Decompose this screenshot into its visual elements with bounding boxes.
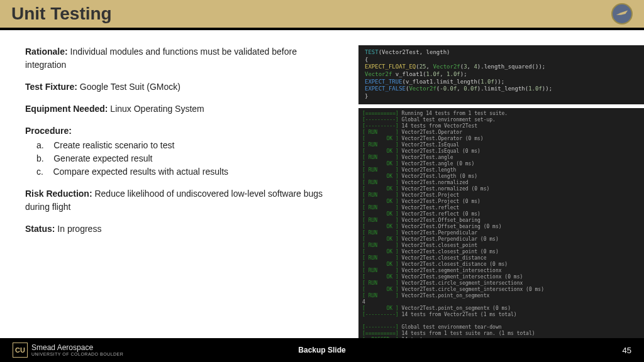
- rationale-label: Rationale:: [25, 47, 68, 57]
- slide-body: Rationale: Individual modules and functi…: [0, 30, 644, 346]
- list-item: b. Generate expected result: [36, 152, 327, 165]
- footer-logo: CU Smead Aerospace UNIVERSITY OF COLORAD…: [13, 343, 123, 358]
- procedure-label: Procedure:: [25, 126, 72, 136]
- fixture-label: Test Fixture:: [25, 82, 77, 92]
- slide-footer: CU Smead Aerospace UNIVERSITY OF COLORAD…: [0, 338, 644, 362]
- slide-title: Unit Testing: [11, 4, 112, 24]
- fixture-text: Google Test Suit (GMock): [77, 82, 180, 92]
- status-label: Status:: [25, 224, 55, 234]
- list-item: c. Compare expected results with actual …: [36, 165, 327, 178]
- slide-header: Unit Testing: [0, 0, 644, 30]
- code-snippet: TEST(Vector2Test, length) { EXPECT_FLOAT…: [358, 45, 644, 104]
- equipment-label: Equipment Needed:: [25, 104, 108, 114]
- text-content: Rationale: Individual modules and functi…: [25, 45, 327, 346]
- procedure-list: a. Create realistic scenario to test b. …: [36, 139, 327, 178]
- list-item: a. Create realistic scenario to test: [36, 139, 327, 152]
- team-logo-icon: [611, 3, 633, 25]
- footer-label: Backup Slide: [298, 346, 345, 354]
- test-output: [==========] Running 14 tests from 1 tes…: [358, 108, 644, 346]
- risk-label: Risk Reduction:: [25, 189, 92, 199]
- equipment-text: Linux Operating System: [108, 104, 204, 114]
- page-number: 45: [623, 346, 631, 355]
- screenshots: TEST(Vector2Test, length) { EXPECT_FLOAT…: [327, 45, 644, 346]
- cu-badge-icon: CU: [13, 343, 28, 358]
- org-sub: UNIVERSITY OF COLORADO BOULDER: [31, 352, 123, 357]
- org-name: Smead Aerospace: [31, 344, 123, 352]
- status-text: In progress: [55, 224, 101, 234]
